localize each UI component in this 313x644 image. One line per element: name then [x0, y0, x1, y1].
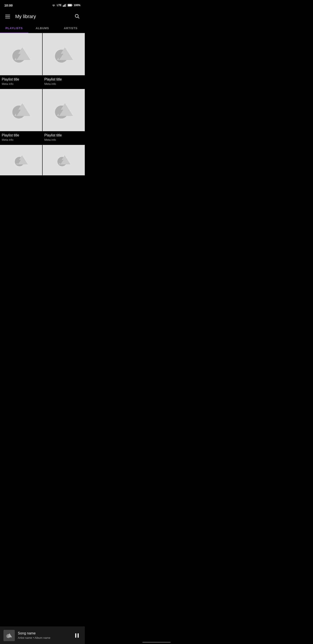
tab-albums[interactable]: ALBUMS — [28, 24, 56, 33]
playlist-thumbnail-1 — [0, 33, 42, 75]
playlist-item-1[interactable]: Playlist title Meta info — [0, 33, 42, 88]
playlist-art-icon — [52, 98, 75, 122]
playlist-item-6[interactable] — [43, 145, 85, 175]
svg-rect-3 — [66, 4, 66, 7]
playlist-item-4[interactable]: Playlist title Meta info — [43, 89, 85, 144]
svg-line-8 — [78, 17, 79, 18]
search-icon — [74, 14, 79, 19]
playlist-art-icon — [52, 43, 75, 66]
playlist-item-3[interactable]: Playlist title Meta info — [0, 89, 42, 144]
battery-text: 100% — [74, 4, 80, 7]
playlist-thumbnail-3 — [0, 89, 42, 131]
playlist-art-icon — [9, 43, 33, 66]
playlist-meta-4: Meta info — [44, 138, 83, 142]
signal-text: LTE — [57, 4, 62, 7]
status-bar: 10:00 LTE 100% — [0, 0, 85, 10]
header: My library — [0, 10, 85, 24]
playlist-meta-3: Meta info — [2, 138, 40, 142]
playlist-title-2: Playlist title — [44, 78, 83, 81]
menu-button[interactable] — [4, 14, 11, 19]
playlist-item-5[interactable] — [0, 145, 42, 175]
svg-rect-5 — [68, 4, 71, 6]
playlist-title-3: Playlist title — [2, 133, 40, 137]
playlist-meta-1: Meta info — [2, 82, 40, 86]
svg-rect-6 — [72, 5, 72, 6]
wifi-icon — [52, 4, 56, 7]
playlist-title-4: Playlist title — [44, 133, 83, 137]
playlist-art-icon — [52, 152, 75, 168]
playlist-item-2[interactable]: Playlist title Meta info — [43, 33, 85, 88]
page-title: My library — [15, 14, 73, 19]
signal-icon — [63, 4, 66, 7]
playlist-art-icon — [9, 152, 33, 168]
battery-icon — [68, 4, 72, 6]
playlist-grid: Playlist title Meta info Playlist title … — [0, 33, 85, 197]
playlist-meta-2: Meta info — [44, 82, 83, 86]
search-button[interactable] — [73, 12, 80, 20]
status-icons: LTE 100% — [52, 4, 80, 7]
svg-rect-1 — [64, 5, 64, 7]
svg-rect-0 — [63, 6, 63, 7]
tabs-bar: PLAYLISTS ALBUMS ARTISTS — [0, 24, 85, 33]
playlist-art-icon — [9, 98, 33, 122]
playlist-thumbnail-4 — [43, 89, 85, 131]
playlist-thumbnail-5 — [0, 145, 42, 175]
tab-artists[interactable]: ARTISTS — [56, 24, 85, 33]
playlist-thumbnail-6 — [43, 145, 85, 175]
playlist-title-1: Playlist title — [2, 78, 40, 81]
playlist-thumbnail-2 — [43, 33, 85, 75]
tab-playlists[interactable]: PLAYLISTS — [0, 24, 28, 33]
svg-rect-2 — [65, 4, 65, 7]
status-time: 10:00 — [4, 4, 12, 7]
